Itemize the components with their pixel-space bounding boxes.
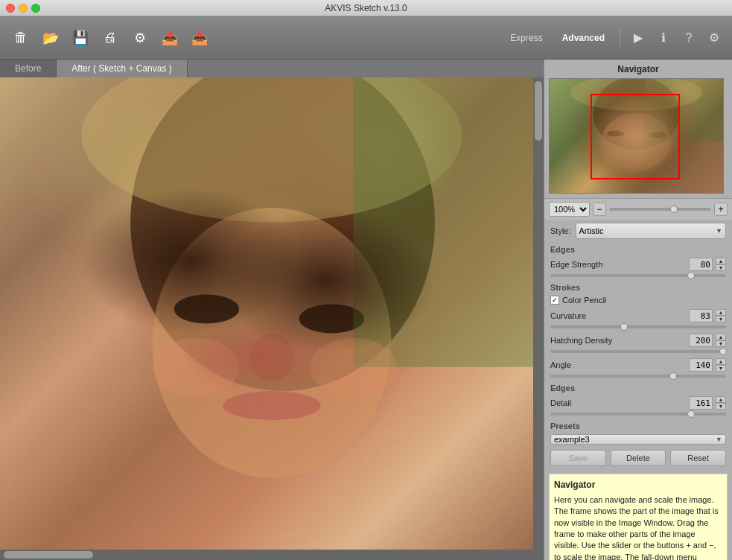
info-button[interactable]: ℹ <box>653 28 674 48</box>
curvature-label: Curvature <box>550 311 686 320</box>
color-pencil-checkbox[interactable]: ✓ <box>550 296 559 305</box>
edge-strength-slider[interactable] <box>550 274 726 277</box>
hatching-density-label: Hatching Density <box>550 336 686 345</box>
hatching-density-stepper[interactable]: ▲ ▼ <box>716 334 726 347</box>
export-button[interactable]: 📤 <box>156 25 183 51</box>
presets-value: example3 <box>554 435 590 444</box>
angle-slider-row <box>544 374 732 381</box>
zoom-slider[interactable] <box>609 208 711 211</box>
angle-up[interactable]: ▲ <box>716 358 726 365</box>
curvature-down[interactable]: ▼ <box>716 316 726 322</box>
curvature-slider-row <box>544 325 732 331</box>
toolbar-separator <box>620 27 620 49</box>
detail-slider-row <box>544 412 732 419</box>
zoom-in-button[interactable]: + <box>714 203 728 216</box>
toolbar: 🗑 📂 💾 🖨 ⚙ 📤 📥 Express Advanced ▶ ℹ ? ⚙ <box>0 16 732 60</box>
angle-slider[interactable] <box>550 375 726 378</box>
help-button[interactable]: ? <box>678 28 699 48</box>
svg-point-4 <box>299 305 365 334</box>
maximize-button[interactable] <box>31 4 40 13</box>
angle-thumb[interactable] <box>669 372 677 380</box>
express-mode-button[interactable]: Express <box>503 31 550 45</box>
zoom-bar: 100% 50% 200% − + <box>544 198 732 220</box>
svg-point-1 <box>130 77 435 391</box>
edge-strength-thumb[interactable] <box>687 272 695 279</box>
style-dropdown-arrow: ▼ <box>716 227 722 235</box>
delete-preset-button[interactable]: Delete <box>611 450 666 466</box>
canvas-viewport[interactable] <box>0 77 544 560</box>
zoom-slider-thumb[interactable] <box>670 206 678 213</box>
edge-strength-row: Edge Strength 80 ▲ ▼ <box>544 255 732 273</box>
trash-button[interactable]: 🗑 <box>7 25 34 51</box>
main-area: Before After ( Sketch + Canvas ) <box>0 60 732 560</box>
style-value: Artistic <box>579 226 604 235</box>
detail-thumb[interactable] <box>687 410 695 418</box>
detail-value: 161 <box>689 396 713 410</box>
portrait-svg <box>0 77 544 560</box>
navigator-section: Navigator <box>544 60 732 198</box>
navigator-frame[interactable] <box>591 94 680 179</box>
presets-dropdown[interactable]: example3 ▼ <box>550 434 726 445</box>
save-preset-button[interactable]: Save <box>550 450 606 466</box>
edge-strength-stepper[interactable]: ▲ ▼ <box>716 258 726 271</box>
reset-preset-button[interactable]: Reset <box>670 450 726 466</box>
print-button[interactable]: 🖨 <box>97 25 124 51</box>
advanced-mode-button[interactable]: Advanced <box>555 31 612 45</box>
style-dropdown[interactable]: Artistic ▼ <box>576 223 726 239</box>
navigator-preview[interactable] <box>549 78 724 194</box>
detail-up[interactable]: ▲ <box>716 396 726 403</box>
canvas-tabs: Before After ( Sketch + Canvas ) <box>0 60 544 77</box>
svg-point-8 <box>250 333 293 381</box>
after-tab[interactable]: After ( Sketch + Canvas ) <box>57 60 187 77</box>
svg-rect-7 <box>354 77 544 367</box>
curvature-stepper[interactable]: ▲ ▼ <box>716 309 726 322</box>
vertical-scrollbar[interactable] <box>533 77 544 560</box>
curvature-row: Curvature 83 ▲ ▼ <box>544 307 732 325</box>
preferences-button[interactable]: ⚙ <box>704 28 725 48</box>
zoom-select[interactable]: 100% 50% 200% <box>549 202 590 217</box>
hatching-density-slider[interactable] <box>550 350 726 353</box>
presets-dropdown-arrow: ▼ <box>716 436 722 443</box>
preset-buttons: Save Delete Reset <box>544 447 732 469</box>
traffic-lights <box>6 4 40 13</box>
hatching-density-thumb[interactable] <box>719 348 727 355</box>
hatching-density-value: 200 <box>689 334 713 347</box>
settings-button[interactable]: ⚙ <box>127 25 153 51</box>
detail-stepper[interactable]: ▲ ▼ <box>716 396 726 410</box>
zoom-out-button[interactable]: − <box>593 203 606 216</box>
hatching-density-up[interactable]: ▲ <box>716 334 726 340</box>
svg-point-5 <box>223 391 320 420</box>
hatching-density-down[interactable]: ▼ <box>716 340 726 347</box>
curvature-slider[interactable] <box>550 325 726 328</box>
color-pencil-label: Color Pencil <box>562 296 726 305</box>
edge-strength-down[interactable]: ▼ <box>716 264 726 271</box>
svg-point-2 <box>152 208 391 478</box>
curvature-thumb[interactable] <box>620 323 628 331</box>
scrollbar-thumb-h[interactable] <box>4 551 93 559</box>
scrollbar-thumb-v[interactable] <box>535 81 542 141</box>
hatching-density-row: Hatching Density 200 ▲ ▼ <box>544 331 732 349</box>
detail-label: Detail <box>550 398 686 407</box>
open-button[interactable]: 📂 <box>37 25 64 51</box>
detail-down[interactable]: ▼ <box>716 403 726 410</box>
angle-down[interactable]: ▼ <box>716 365 726 372</box>
edge-strength-slider-row <box>544 273 732 280</box>
minimize-button[interactable] <box>19 4 28 13</box>
color-pencil-row: ✓ Color Pencil <box>544 293 732 307</box>
close-button[interactable] <box>6 4 15 13</box>
play-button[interactable]: ▶ <box>628 28 649 48</box>
angle-label: Angle <box>550 360 686 369</box>
download-button[interactable]: 📥 <box>186 25 213 51</box>
detail-slider[interactable] <box>550 413 726 416</box>
save-button[interactable]: 💾 <box>67 25 94 51</box>
edges-bottom-label: Edges <box>544 381 732 394</box>
edge-strength-up[interactable]: ▲ <box>716 258 726 264</box>
hatching-density-slider-row <box>544 349 732 356</box>
angle-stepper[interactable]: ▲ ▼ <box>716 358 726 372</box>
horizontal-scrollbar[interactable] <box>0 550 533 560</box>
svg-point-10 <box>310 338 397 396</box>
navigator-title: Navigator <box>549 64 728 74</box>
edges-top-label: Edges <box>544 242 732 255</box>
before-tab[interactable]: Before <box>0 60 57 77</box>
curvature-up[interactable]: ▲ <box>716 309 726 316</box>
